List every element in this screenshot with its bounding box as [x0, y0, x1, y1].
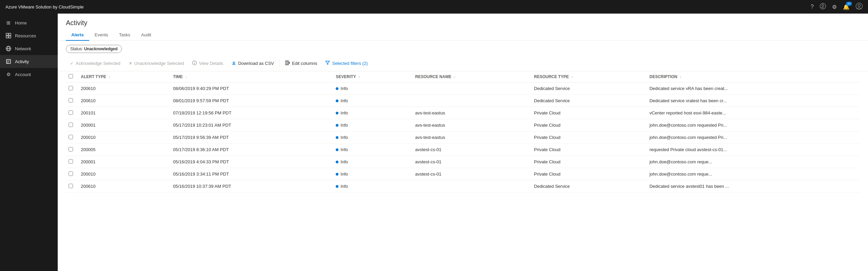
cell-description: vCenter reported host esxi-984-easte...: [645, 107, 860, 119]
sidebar-label-account: Account: [15, 72, 31, 77]
page-title: Activity: [58, 14, 868, 30]
cell-description: john.doe@contoso.com reque...: [645, 168, 860, 180]
sort-icon-resource-type: ↕: [571, 75, 573, 79]
user-circle-icon[interactable]: [820, 3, 826, 11]
row-checkbox-cell[interactable]: [66, 156, 77, 168]
select-all-checkbox-cell[interactable]: [66, 71, 77, 83]
cell-time: 08/06/2019 9:40:29 PM PDT: [169, 83, 332, 95]
col-alert-type-label: ALERT TYPE: [81, 74, 106, 79]
cell-severity: Info: [332, 95, 411, 107]
col-time[interactable]: TIME ↓: [169, 71, 332, 83]
unacknowledge-selected-button[interactable]: ✕ Unacknowledge Selected: [125, 59, 188, 68]
col-resource-name[interactable]: RESOURCE NAME ↕: [411, 71, 530, 83]
row-checkbox-cell[interactable]: [66, 119, 77, 131]
table-row: 20000105/16/2019 4:04:33 PM PDTInfoavste…: [66, 156, 860, 168]
cell-resource-name: avs-test-eastus: [411, 107, 530, 119]
cell-time: 05/16/2019 10:37:39 AM PDT: [169, 180, 332, 193]
row-checkbox-cell[interactable]: [66, 131, 77, 144]
cell-alert-type: 200010: [77, 131, 169, 144]
cell-alert-type: 200010: [77, 168, 169, 180]
cell-resource-type: Dedicated Service: [530, 95, 645, 107]
row-checkbox[interactable]: [69, 184, 73, 188]
cell-severity: Info: [332, 180, 411, 193]
cell-resource-type: Private Cloud: [530, 144, 645, 156]
topbar-icons: ? ⚙ 🔔 37: [811, 3, 863, 11]
notifications-icon[interactable]: 🔔 37: [843, 4, 850, 10]
col-description[interactable]: DESCRIPTION ↕: [645, 71, 860, 83]
content-area: Activity Alerts Events Tasks Audit Statu…: [58, 14, 868, 271]
severity-dot: [336, 87, 338, 90]
row-checkbox[interactable]: [69, 86, 73, 90]
tab-audit[interactable]: Audit: [136, 30, 157, 41]
row-checkbox[interactable]: [69, 98, 73, 103]
selected-filters-button[interactable]: Selected filters (2): [321, 58, 372, 68]
col-alert-type[interactable]: ALERT TYPE ↕: [77, 71, 169, 83]
severity-dot: [336, 112, 338, 114]
row-checkbox[interactable]: [69, 135, 73, 139]
sidebar-item-activity[interactable]: Activity: [0, 55, 58, 68]
select-all-checkbox[interactable]: [69, 74, 73, 78]
severity-dot: [336, 124, 338, 127]
row-checkbox-cell[interactable]: [66, 83, 77, 95]
row-checkbox-cell[interactable]: [66, 95, 77, 107]
sidebar-item-resources[interactable]: Resources: [0, 29, 58, 42]
sidebar-label-network: Network: [15, 46, 31, 51]
table-row: 20000105/17/2019 10:23:01 AM PDTInfoavs-…: [66, 119, 860, 131]
cell-alert-type: 200610: [77, 83, 169, 95]
cell-resource-name: avstest-cs-01: [411, 156, 530, 168]
download-csv-button[interactable]: Download as CSV: [227, 58, 278, 68]
severity-label: Info: [340, 123, 348, 128]
sort-icon-alert-type: ↕: [109, 75, 110, 79]
cell-resource-type: Private Cloud: [530, 131, 645, 144]
cell-time: 05/17/2019 10:23:01 AM PDT: [169, 119, 332, 131]
row-checkbox[interactable]: [69, 110, 73, 115]
svg-rect-22: [289, 62, 290, 64]
severity-label: Info: [340, 98, 348, 103]
tab-alerts[interactable]: Alerts: [66, 30, 89, 41]
sidebar-item-network[interactable]: Network: [0, 42, 58, 55]
cell-severity: Info: [332, 131, 411, 144]
col-resource-type[interactable]: RESOURCE TYPE ↕: [530, 71, 645, 83]
severity-dot: [336, 185, 338, 188]
col-severity[interactable]: SEVERITY ↕: [332, 71, 411, 83]
edit-columns-button[interactable]: Edit columns: [281, 58, 321, 68]
cell-resource-type: Private Cloud: [530, 156, 645, 168]
view-details-label: View Details: [199, 61, 223, 66]
table-row: 20061005/16/2019 10:37:39 AM PDTInfoDedi…: [66, 180, 860, 193]
row-checkbox-cell[interactable]: [66, 107, 77, 119]
col-time-label: TIME: [173, 74, 183, 79]
sort-icon-time: ↓: [185, 75, 187, 79]
view-details-button[interactable]: View Details: [188, 58, 227, 68]
cell-time: 05/17/2019 8:36:10 AM PDT: [169, 144, 332, 156]
severity-dot: [336, 173, 338, 176]
settings-icon[interactable]: ⚙: [832, 4, 837, 10]
row-checkbox[interactable]: [69, 147, 73, 151]
row-checkbox-cell[interactable]: [66, 180, 77, 193]
cell-time: 05/17/2019 9:56:39 AM PDT: [169, 131, 332, 144]
status-filter-badge[interactable]: Status: Unacknowledged: [66, 45, 122, 53]
tab-events[interactable]: Events: [89, 30, 114, 41]
row-checkbox[interactable]: [69, 159, 73, 164]
svg-rect-4: [6, 33, 8, 35]
sidebar-item-account[interactable]: ⚙ Account: [0, 68, 58, 81]
cell-resource-type: Private Cloud: [530, 119, 645, 131]
row-checkbox[interactable]: [69, 123, 73, 127]
row-checkbox-cell[interactable]: [66, 168, 77, 180]
unacknowledge-label: Unacknowledge Selected: [134, 61, 184, 66]
row-checkbox[interactable]: [69, 171, 73, 176]
cell-severity: Info: [332, 144, 411, 156]
x-icon: ✕: [129, 61, 132, 66]
account-icon[interactable]: [856, 3, 863, 11]
svg-rect-6: [6, 36, 8, 38]
tab-tasks[interactable]: Tasks: [114, 30, 136, 41]
sidebar-item-home[interactable]: ⊞ Home: [0, 16, 58, 29]
cell-severity: Info: [332, 156, 411, 168]
help-icon[interactable]: ?: [811, 4, 814, 10]
cell-resource-name: [411, 95, 530, 107]
acknowledge-selected-button[interactable]: ✓ Acknowledge Selected: [66, 59, 125, 68]
tabs-bar: Alerts Events Tasks Audit: [58, 30, 868, 41]
cell-description: Dedicated service vratest has been cr...: [645, 95, 860, 107]
home-icon: ⊞: [5, 20, 12, 26]
row-checkbox-cell[interactable]: [66, 144, 77, 156]
table-row: 20001005/16/2019 3:34:11 PM PDTInfoavste…: [66, 168, 860, 180]
